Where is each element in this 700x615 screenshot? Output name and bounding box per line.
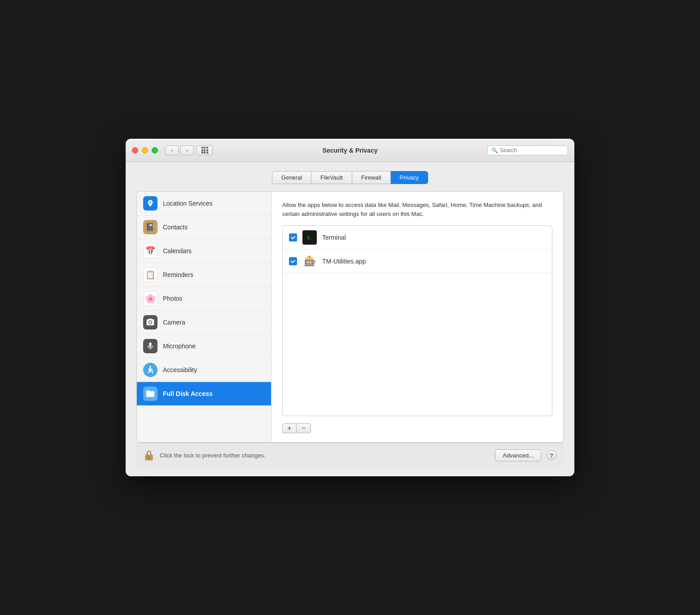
- remove-app-button[interactable]: −: [297, 423, 311, 433]
- grid-icon: [201, 147, 208, 154]
- sidebar-item-reminders[interactable]: 📋 Reminders: [137, 263, 271, 287]
- tab-general[interactable]: General: [272, 171, 311, 184]
- search-box[interactable]: 🔍: [487, 145, 568, 155]
- reminders-icon: 📋: [143, 268, 158, 282]
- table-row: $_ Terminal: [283, 226, 552, 250]
- title-bar: ‹ › Security & Privacy 🔍: [126, 139, 574, 162]
- close-button[interactable]: [132, 147, 138, 154]
- photos-label: Photos: [163, 295, 183, 302]
- main-panel: Location Services 📓 Contacts 📅 Calendars…: [136, 191, 564, 443]
- sidebar-item-accessibility[interactable]: Accessibility: [137, 358, 271, 382]
- sidebar-item-microphone[interactable]: Microphone: [137, 334, 271, 358]
- location-label: Location Services: [163, 200, 213, 207]
- window-title: Security & Privacy: [323, 147, 378, 154]
- accessibility-label: Accessibility: [163, 366, 197, 373]
- add-app-button[interactable]: +: [282, 423, 297, 433]
- fulldisk-label: Full Disk Access: [163, 390, 213, 397]
- right-panel: Allow the apps below to access data like…: [271, 192, 563, 442]
- content-area: General FileVault Firewall Privacy Locat…: [126, 162, 574, 476]
- lock-icon: [144, 448, 154, 462]
- tmutilities-app-name: TM-Utilities.app: [322, 258, 366, 265]
- maximize-button[interactable]: [152, 147, 158, 154]
- tab-firewall[interactable]: Firewall: [352, 171, 391, 184]
- camera-icon: [143, 315, 158, 329]
- svg-point-0: [149, 366, 151, 368]
- contacts-label: Contacts: [163, 224, 188, 231]
- lock-text: Click the lock to prevent further change…: [160, 452, 490, 459]
- tabs: General FileVault Firewall Privacy: [136, 171, 564, 184]
- grid-button[interactable]: [197, 145, 213, 155]
- camera-label: Camera: [163, 319, 185, 326]
- photos-icon: 🌸: [143, 291, 158, 306]
- app-list-empty-space: [283, 273, 552, 363]
- terminal-app-name: Terminal: [322, 234, 346, 241]
- search-icon: 🔍: [491, 147, 498, 154]
- sidebar-item-location[interactable]: Location Services: [137, 192, 271, 215]
- sidebar-item-fulldisk[interactable]: Full Disk Access: [137, 382, 271, 406]
- accessibility-icon: [143, 363, 158, 377]
- main-window: ‹ › Security & Privacy 🔍 General FileVau…: [126, 139, 574, 476]
- calendars-icon: 📅: [143, 244, 158, 258]
- app-list: $_ Terminal 🎰 TM-Utilities: [282, 225, 552, 416]
- location-icon: [143, 196, 158, 211]
- calendars-label: Calendars: [163, 247, 192, 255]
- advanced-button[interactable]: Advanced...: [495, 449, 541, 461]
- table-row: 🎰 TM-Utilities.app: [283, 250, 552, 273]
- bottom-bar: Click the lock to prevent further change…: [136, 443, 564, 467]
- tmutilities-app-icon: 🎰: [302, 254, 317, 268]
- sidebar-item-photos[interactable]: 🌸 Photos: [137, 287, 271, 311]
- nav-buttons: ‹ ›: [165, 145, 194, 155]
- sidebar-item-calendars[interactable]: 📅 Calendars: [137, 239, 271, 263]
- microphone-label: Microphone: [163, 343, 196, 350]
- minimize-button[interactable]: [142, 147, 148, 154]
- description-text: Allow the apps below to access data like…: [282, 201, 552, 218]
- fulldisk-icon: [143, 387, 158, 401]
- sidebar-item-camera[interactable]: Camera: [137, 311, 271, 334]
- contacts-icon: 📓: [143, 220, 158, 234]
- terminal-app-icon: $_: [302, 230, 317, 245]
- tab-privacy[interactable]: Privacy: [391, 171, 429, 184]
- reminders-label: Reminders: [163, 271, 193, 278]
- help-button[interactable]: ?: [547, 450, 556, 460]
- lock-button[interactable]: [144, 448, 154, 462]
- list-controls: + −: [282, 423, 552, 433]
- traffic-lights: [132, 147, 158, 154]
- sidebar: Location Services 📓 Contacts 📅 Calendars…: [137, 192, 271, 442]
- forward-button[interactable]: ›: [180, 145, 194, 155]
- terminal-checkbox[interactable]: [289, 233, 297, 242]
- sidebar-item-contacts[interactable]: 📓 Contacts: [137, 215, 271, 239]
- back-button[interactable]: ‹: [165, 145, 179, 155]
- tab-filevault[interactable]: FileVault: [311, 171, 352, 184]
- tmutilities-checkbox[interactable]: [289, 257, 297, 265]
- search-input[interactable]: [500, 147, 564, 154]
- microphone-icon: [143, 339, 158, 353]
